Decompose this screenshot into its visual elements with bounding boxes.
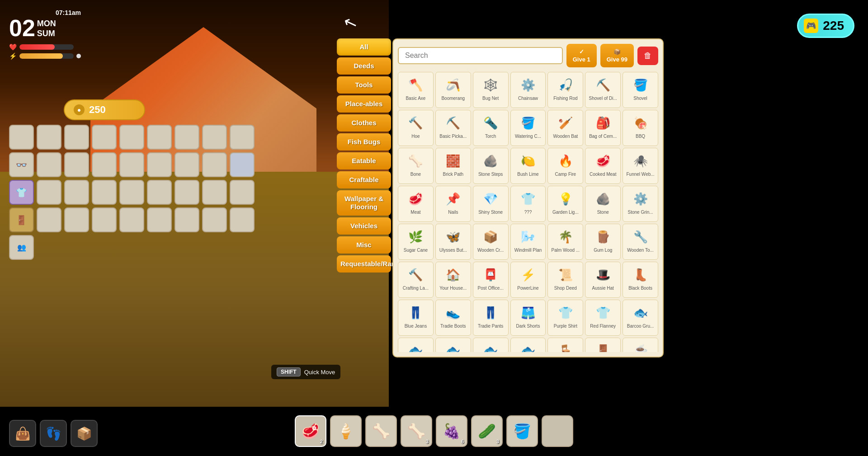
item-cell-torch[interactable]: 🔦 Torch [473,110,509,146]
item-cell-black-boots[interactable]: 👢 Black Boots [623,262,658,298]
hotbar-slot-1[interactable]: 🥩2 [295,415,326,447]
inv-slot-4-1[interactable] [37,207,61,232]
inv-slot-2-7[interactable] [202,152,227,177]
inv-slot-2-4[interactable] [119,152,144,177]
hotbar-slot-4[interactable]: 🦴3 [401,415,432,447]
item-cell-barcoo-gru[interactable]: 🐟 Barcoo Gru... [623,300,658,336]
item-cell-barramundi[interactable]: 🐟 Barramundi [398,338,434,352]
inv-slot-3-8[interactable] [230,180,255,205]
item-cell-cooked-meat[interactable]: 🥩 Cooked Meat [585,148,621,184]
inv-slot-1-3[interactable] [92,125,117,150]
item-cell-watering-c[interactable]: 🪣 Watering C... [510,110,546,146]
item-cell-unk[interactable]: 👕 ??? [510,186,546,222]
inv-slot-3-1[interactable] [37,180,61,205]
sidebar-slot-2[interactable]: 👓 [9,152,34,177]
item-cell-bag-of-cem[interactable]: 🎒 Bag of Cem... [585,110,621,146]
item-cell-blue-jeans[interactable]: 👖 Blue Jeans [398,300,434,336]
category-btn-deeds[interactable]: Deeds [337,57,391,75]
item-cell-windmill-plan[interactable]: 🌬️ Windmill Plan [510,224,546,260]
give-99-button[interactable]: 📦 Give 99 [600,44,634,67]
inv-slot-1-1[interactable] [37,125,61,150]
storage-icon-btn[interactable]: 📦 [71,420,98,447]
inv-slot-1-6[interactable] [175,125,199,150]
inv-slot-2-6[interactable] [175,152,199,177]
category-btn-fishbugs[interactable]: Fish Bugs [337,133,391,150]
item-cell-chainsaw[interactable]: ⚙️ Chainsaw [510,72,546,108]
category-btn-all[interactable]: All [337,38,391,56]
item-cell-gum-log[interactable]: 🪵 Gum Log [585,224,621,260]
item-cell-palm-wood[interactable]: 🌴 Palm Wood ... [547,224,583,260]
inv-slot-1-8[interactable] [230,125,255,150]
item-cell-wooden-do[interactable]: 🚪 Wooden Do... [585,338,621,352]
inv-slot-4-3[interactable] [92,207,117,232]
hotbar-slot-5[interactable]: 🍇6 [436,415,467,447]
inv-slot-1-2[interactable] [64,125,89,150]
item-cell-bbq[interactable]: 🍖 BBQ [623,110,658,146]
item-cell-sugar-cane[interactable]: 🌿 Sugar Cane [398,224,434,260]
category-btn-misc[interactable]: Misc [337,236,391,254]
item-cell-tradie-pants[interactable]: 👖 Tradie Pants [473,300,509,336]
inv-slot-2-3[interactable] [92,152,117,177]
item-cell-fishing-rod[interactable]: 🎣 Fishing Rod [547,72,583,108]
category-btn-placeables[interactable]: Place-ables [337,95,391,113]
item-cell-cooked-fish[interactable]: 🐟 Cooked Fish [473,338,509,352]
item-cell-camp-fire[interactable]: 🔥 Camp Fire [547,148,583,184]
item-cell-nails[interactable]: 📌 Nails [435,186,471,222]
inv-slot-1-4[interactable] [119,125,144,150]
inv-slot-2-8[interactable] [230,152,255,177]
item-cell-tradie-boots[interactable]: 👟 Tradie Boots [435,300,471,336]
item-cell-shop-deed[interactable]: 📜 Shop Deed [547,262,583,298]
hotbar-slot-8[interactable] [542,415,573,447]
hotbar-slot-3[interactable]: 🦴 [365,415,397,447]
inv-slot-3-3[interactable] [92,180,117,205]
sidebar-slot-4[interactable]: 🚪 [9,207,34,232]
give-1-button[interactable]: ✓ Give 1 [566,44,597,67]
item-cell-crafting-la[interactable]: 🔨 Crafting La... [398,262,434,298]
inv-slot-3-4[interactable] [119,180,144,205]
inv-slot-3-7[interactable] [202,180,227,205]
item-cell-shovel[interactable]: 🪣 Shovel [623,72,658,108]
item-cell-wooden-cr[interactable]: 📦 Wooden Cr... [473,224,509,260]
category-btn-requestable[interactable]: Requestable/Randomised [337,255,391,273]
inv-slot-4-7[interactable] [202,207,227,232]
item-cell-bush-lime[interactable]: 🍋 Bush Lime [510,148,546,184]
item-cell-post-office[interactable]: 📮 Post Office... [473,262,509,298]
item-cell-stone-steps[interactable]: 🪨 Stone Steps [473,148,509,184]
inv-slot-4-6[interactable] [175,207,199,232]
item-cell-purple-seat[interactable]: 🪑 Purple Seat [547,338,583,352]
item-cell-funnel-web[interactable]: 🕷️ Funnel Web... [623,148,658,184]
feet-icon-btn[interactable]: 👣 [40,420,67,447]
item-cell-wooden-to[interactable]: 🔧 Wooden To... [623,224,658,260]
item-cell-your-house[interactable]: 🏠 Your House... [435,262,471,298]
inv-slot-3-5[interactable] [147,180,172,205]
item-cell-bug-net[interactable]: 🕸️ Bug Net [473,72,509,108]
sidebar-slot-5[interactable]: 👥 [9,235,34,260]
inv-slot-1-5[interactable] [147,125,172,150]
inv-slot-4-5[interactable] [147,207,172,232]
inv-slot-4-2[interactable] [64,207,89,232]
item-cell-boomerang[interactable]: 🪃 Boomerang [435,72,471,108]
inv-slot-2-5[interactable] [147,152,172,177]
hotbar-slot-2[interactable]: 🍦 [330,415,362,447]
item-cell-stone[interactable]: 🪨 Stone [585,186,621,222]
sidebar-slot-3[interactable]: 👕 [9,180,34,205]
item-cell-jungle-per[interactable]: 🐟 Jungle Per... [510,338,546,352]
item-cell-hoe[interactable]: 🔨 Hoe [398,110,434,146]
sidebar-slot-1[interactable] [9,125,34,150]
item-cell-powerline[interactable]: ⚡ PowerLine [510,262,546,298]
category-btn-eatable[interactable]: Eatable [337,152,391,169]
hotbar-slot-7[interactable]: 🪣 [506,415,538,447]
category-btn-clothes[interactable]: Clothes [337,114,391,132]
item-cell-ulysses-but[interactable]: 🦋 Ulysses But... [435,224,471,260]
category-btn-craftable[interactable]: Craftable [337,171,391,188]
item-cell-shovel-of-di[interactable]: ⛏️ Shovel of Di... [585,72,621,108]
item-cell-river-bass[interactable]: 🐟 River Bass [435,338,471,352]
inv-slot-3-2[interactable] [64,180,89,205]
item-cell-wooden-bat[interactable]: 🏏 Wooden Bat [547,110,583,146]
delete-button[interactable]: 🗑 [637,47,658,65]
item-cell-meat[interactable]: 🥩 Meat [398,186,434,222]
category-btn-tools[interactable]: Tools [337,76,391,94]
item-cell-dark-shorts[interactable]: 🩳 Dark Shorts [510,300,546,336]
item-cell-basic-axe[interactable]: 🪓 Basic Axe [398,72,434,108]
item-cell-coffee-table[interactable]: ☕ Coffee Table [623,338,658,352]
